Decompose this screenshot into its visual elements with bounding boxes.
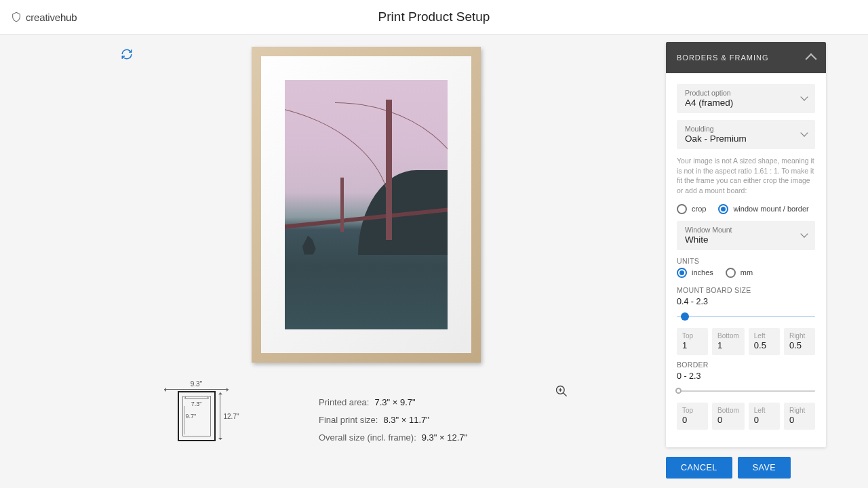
aspect-note: Your image is not A sized shape, meaning…	[677, 156, 815, 196]
frame-preview	[252, 47, 481, 363]
fit-mode-radios: crop window mount / border	[677, 204, 815, 214]
svg-line-1	[564, 393, 567, 396]
border-right-input[interactable]: Right0	[784, 403, 815, 430]
border-values: Top0 Bottom0 Left0 Right0	[677, 403, 815, 430]
window-mount-select[interactable]: Window MountWhite	[677, 221, 815, 250]
refresh-icon[interactable]	[121, 48, 133, 60]
mount-size-slider[interactable]	[677, 312, 815, 321]
diagram-inner-height: 9.7"	[186, 413, 197, 420]
slider-thumb[interactable]	[681, 312, 689, 321]
mount-values: Top1 Bottom1 Left0.5 Right0.5	[677, 328, 815, 355]
units-radios: inches mm	[677, 268, 815, 278]
mount-size-label: MOUNT BOARD SIZE	[677, 286, 815, 294]
mount-bottom-input[interactable]: Bottom1	[712, 328, 745, 355]
chevron-down-icon	[800, 93, 808, 100]
border-bottom-input[interactable]: Bottom0	[712, 403, 745, 430]
app-header: creativehub Print Product Setup	[0, 0, 868, 35]
mount-right-input[interactable]: Right0.5	[784, 328, 815, 355]
mount-top-input[interactable]: Top1	[677, 328, 708, 355]
preview-area: 9.3" 7.3" 9.7" 12.7" Printed area: 7.3" …	[0, 35, 666, 488]
diagram-inner-width: 7.3"	[184, 401, 209, 407]
diagram-outer-height: 12.7"	[224, 413, 239, 420]
mat-preview	[261, 56, 471, 353]
shield-icon	[11, 12, 22, 22]
diagram-frame-box: 7.3" 9.7" 12.7"	[178, 391, 216, 441]
border-top-input[interactable]: Top0	[677, 403, 708, 430]
chevron-down-icon	[800, 129, 808, 136]
moulding-select[interactable]: MouldingOak - Premium	[677, 120, 815, 149]
border-label: BORDER	[677, 361, 815, 369]
panel-title: BORDERS & FRAMING	[677, 54, 769, 62]
mount-left-input[interactable]: Left0.5	[749, 328, 780, 355]
border-slider[interactable]	[677, 386, 815, 396]
cancel-button[interactable]: CANCEL	[666, 457, 732, 479]
radio-inches[interactable]: inches	[677, 268, 713, 278]
image-preview	[285, 80, 448, 329]
radio-mm[interactable]: mm	[726, 268, 753, 278]
border-range: 0 - 2.3	[677, 371, 815, 381]
diagram-outer-width: 9.3"	[164, 380, 229, 388]
radio-crop[interactable]: crop	[677, 204, 706, 214]
radio-window-mount[interactable]: window mount / border	[718, 204, 808, 214]
zoom-in-icon[interactable]	[555, 384, 568, 398]
dimension-readout: Printed area: 7.3" × 9.7" Final print si…	[319, 394, 467, 447]
mount-size-range: 0.4 - 2.3	[677, 297, 815, 306]
panel-header[interactable]: BORDERS & FRAMING	[666, 42, 826, 73]
borders-framing-panel: BORDERS & FRAMING Product optionA4 (fram…	[666, 42, 826, 447]
chevron-up-icon	[806, 54, 817, 65]
save-button[interactable]: SAVE	[738, 457, 791, 479]
brand-logo[interactable]: creativehub	[11, 12, 77, 23]
size-diagram: 9.3" 7.3" 9.7" 12.7"	[164, 380, 229, 441]
page-title: Print Product Setup	[378, 9, 490, 24]
slider-thumb[interactable]	[675, 388, 682, 394]
units-label: UNITS	[677, 257, 815, 265]
border-left-input[interactable]: Left0	[749, 403, 780, 430]
chevron-down-icon	[800, 230, 808, 237]
action-bar: CANCEL SAVE	[666, 457, 826, 479]
brand-name: creativehub	[26, 12, 77, 23]
product-option-select[interactable]: Product optionA4 (framed)	[677, 84, 815, 113]
